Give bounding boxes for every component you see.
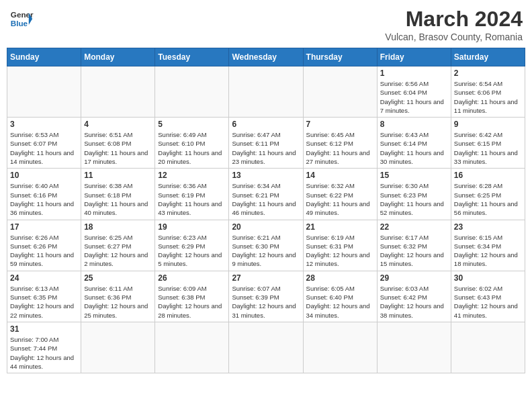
calendar-day-cell: 27Sunrise: 6:07 AM Sunset: 6:39 PM Dayli… xyxy=(229,271,303,322)
day-number: 21 xyxy=(306,222,374,232)
calendar-day-cell: 20Sunrise: 6:21 AM Sunset: 6:30 PM Dayli… xyxy=(229,220,303,271)
day-info: Sunrise: 6:47 AM Sunset: 6:11 PM Dayligh… xyxy=(232,130,300,166)
day-info: Sunrise: 6:02 AM Sunset: 6:43 PM Dayligh… xyxy=(454,284,522,320)
title-area: March 2024 Vulcan, Brasov County, Romani… xyxy=(385,7,523,42)
calendar-week-row: 10Sunrise: 6:40 AM Sunset: 6:16 PM Dayli… xyxy=(7,169,525,220)
day-info: Sunrise: 6:11 AM Sunset: 6:36 PM Dayligh… xyxy=(84,284,152,320)
calendar-day-cell xyxy=(451,322,525,373)
month-year-title: March 2024 xyxy=(385,7,523,32)
day-number: 7 xyxy=(306,120,374,129)
day-info: Sunrise: 6:42 AM Sunset: 6:15 PM Dayligh… xyxy=(454,130,522,166)
day-info: Sunrise: 6:51 AM Sunset: 6:08 PM Dayligh… xyxy=(84,130,152,166)
day-number: 15 xyxy=(380,171,448,180)
day-info: Sunrise: 6:40 AM Sunset: 6:16 PM Dayligh… xyxy=(10,181,78,217)
calendar-week-row: 1Sunrise: 6:56 AM Sunset: 6:04 PM Daylig… xyxy=(7,66,525,118)
calendar-day-cell xyxy=(303,66,377,118)
logo: General Blue xyxy=(9,7,34,31)
calendar-day-cell: 31Sunrise: 7:00 AM Sunset: 7:44 PM Dayli… xyxy=(7,322,81,373)
day-number: 20 xyxy=(232,222,300,232)
day-of-week-header: Tuesday xyxy=(155,48,229,66)
calendar-day-cell xyxy=(303,322,377,373)
calendar-day-cell: 9Sunrise: 6:42 AM Sunset: 6:15 PM Daylig… xyxy=(451,118,525,169)
calendar-day-cell: 25Sunrise: 6:11 AM Sunset: 6:36 PM Dayli… xyxy=(81,271,155,322)
calendar-day-cell: 16Sunrise: 6:28 AM Sunset: 6:25 PM Dayli… xyxy=(451,169,525,220)
day-info: Sunrise: 6:32 AM Sunset: 6:22 PM Dayligh… xyxy=(306,181,374,217)
location-subtitle: Vulcan, Brasov County, Romania xyxy=(385,32,523,42)
day-info: Sunrise: 6:54 AM Sunset: 6:06 PM Dayligh… xyxy=(454,79,522,115)
logo-icon: General Blue xyxy=(9,7,34,31)
calendar-day-cell xyxy=(81,322,155,373)
svg-text:Blue: Blue xyxy=(11,19,28,28)
day-number: 31 xyxy=(10,324,78,334)
day-number: 17 xyxy=(10,222,78,232)
day-number: 16 xyxy=(454,171,522,180)
day-number: 29 xyxy=(380,273,448,283)
calendar-day-cell xyxy=(377,322,451,373)
day-info: Sunrise: 6:26 AM Sunset: 6:26 PM Dayligh… xyxy=(10,233,78,269)
day-info: Sunrise: 6:25 AM Sunset: 6:27 PM Dayligh… xyxy=(84,233,152,269)
day-info: Sunrise: 6:15 AM Sunset: 6:34 PM Dayligh… xyxy=(454,233,522,269)
calendar-day-cell: 12Sunrise: 6:36 AM Sunset: 6:19 PM Dayli… xyxy=(155,169,229,220)
day-info: Sunrise: 6:09 AM Sunset: 6:38 PM Dayligh… xyxy=(158,284,226,320)
calendar-day-cell: 29Sunrise: 6:03 AM Sunset: 6:42 PM Dayli… xyxy=(377,271,451,322)
day-info: Sunrise: 6:05 AM Sunset: 6:40 PM Dayligh… xyxy=(306,284,374,320)
day-info: Sunrise: 6:23 AM Sunset: 6:29 PM Dayligh… xyxy=(158,233,226,269)
day-info: Sunrise: 6:49 AM Sunset: 6:10 PM Dayligh… xyxy=(158,130,226,166)
calendar-day-cell: 22Sunrise: 6:17 AM Sunset: 6:32 PM Dayli… xyxy=(377,220,451,271)
day-number: 14 xyxy=(306,171,374,180)
day-of-week-header: Sunday xyxy=(7,48,81,66)
day-number: 9 xyxy=(454,120,522,129)
day-number: 27 xyxy=(232,273,300,283)
day-number: 12 xyxy=(158,171,226,180)
day-info: Sunrise: 6:38 AM Sunset: 6:18 PM Dayligh… xyxy=(84,181,152,217)
calendar-day-cell: 11Sunrise: 6:38 AM Sunset: 6:18 PM Dayli… xyxy=(81,169,155,220)
day-info: Sunrise: 6:56 AM Sunset: 6:04 PM Dayligh… xyxy=(380,79,448,115)
day-number: 22 xyxy=(380,222,448,232)
calendar-day-cell: 24Sunrise: 6:13 AM Sunset: 6:35 PM Dayli… xyxy=(7,271,81,322)
day-of-week-header: Thursday xyxy=(303,48,377,66)
day-info: Sunrise: 6:36 AM Sunset: 6:19 PM Dayligh… xyxy=(158,181,226,217)
calendar-day-cell: 6Sunrise: 6:47 AM Sunset: 6:11 PM Daylig… xyxy=(229,118,303,169)
day-number: 23 xyxy=(454,222,522,232)
calendar-week-row: 17Sunrise: 6:26 AM Sunset: 6:26 PM Dayli… xyxy=(7,220,525,271)
day-info: Sunrise: 6:30 AM Sunset: 6:23 PM Dayligh… xyxy=(380,181,448,217)
day-number: 5 xyxy=(158,120,226,129)
day-info: Sunrise: 6:45 AM Sunset: 6:12 PM Dayligh… xyxy=(306,130,374,166)
day-of-week-header: Saturday xyxy=(451,48,525,66)
calendar-day-cell: 19Sunrise: 6:23 AM Sunset: 6:29 PM Dayli… xyxy=(155,220,229,271)
calendar-day-cell: 30Sunrise: 6:02 AM Sunset: 6:43 PM Dayli… xyxy=(451,271,525,322)
day-info: Sunrise: 6:34 AM Sunset: 6:21 PM Dayligh… xyxy=(232,181,300,217)
calendar-day-cell xyxy=(155,66,229,118)
day-number: 3 xyxy=(10,120,78,129)
day-number: 6 xyxy=(232,120,300,129)
day-number: 24 xyxy=(10,273,78,283)
calendar-day-cell xyxy=(229,322,303,373)
day-of-week-header: Monday xyxy=(81,48,155,66)
day-info: Sunrise: 6:43 AM Sunset: 6:14 PM Dayligh… xyxy=(380,130,448,166)
calendar-day-cell xyxy=(7,66,81,118)
calendar-day-cell xyxy=(81,66,155,118)
calendar-week-row: 24Sunrise: 6:13 AM Sunset: 6:35 PM Dayli… xyxy=(7,271,525,322)
calendar-day-cell: 26Sunrise: 6:09 AM Sunset: 6:38 PM Dayli… xyxy=(155,271,229,322)
calendar-day-cell: 23Sunrise: 6:15 AM Sunset: 6:34 PM Dayli… xyxy=(451,220,525,271)
day-info: Sunrise: 6:21 AM Sunset: 6:30 PM Dayligh… xyxy=(232,233,300,269)
day-number: 30 xyxy=(454,273,522,283)
calendar-day-cell: 15Sunrise: 6:30 AM Sunset: 6:23 PM Dayli… xyxy=(377,169,451,220)
day-info: Sunrise: 6:03 AM Sunset: 6:42 PM Dayligh… xyxy=(380,284,448,320)
calendar-day-cell xyxy=(155,322,229,373)
day-number: 19 xyxy=(158,222,226,232)
day-number: 18 xyxy=(84,222,152,232)
calendar-day-cell: 10Sunrise: 6:40 AM Sunset: 6:16 PM Dayli… xyxy=(7,169,81,220)
calendar-day-cell: 13Sunrise: 6:34 AM Sunset: 6:21 PM Dayli… xyxy=(229,169,303,220)
calendar-day-cell: 8Sunrise: 6:43 AM Sunset: 6:14 PM Daylig… xyxy=(377,118,451,169)
calendar-day-cell: 5Sunrise: 6:49 AM Sunset: 6:10 PM Daylig… xyxy=(155,118,229,169)
calendar-day-cell: 28Sunrise: 6:05 AM Sunset: 6:40 PM Dayli… xyxy=(303,271,377,322)
day-info: Sunrise: 7:00 AM Sunset: 7:44 PM Dayligh… xyxy=(10,335,78,371)
calendar-day-cell: 3Sunrise: 6:53 AM Sunset: 6:07 PM Daylig… xyxy=(7,118,81,169)
day-info: Sunrise: 6:07 AM Sunset: 6:39 PM Dayligh… xyxy=(232,284,300,320)
day-number: 11 xyxy=(84,171,152,180)
day-number: 4 xyxy=(84,120,152,129)
day-number: 8 xyxy=(380,120,448,129)
day-number: 25 xyxy=(84,273,152,283)
day-number: 10 xyxy=(10,171,78,180)
